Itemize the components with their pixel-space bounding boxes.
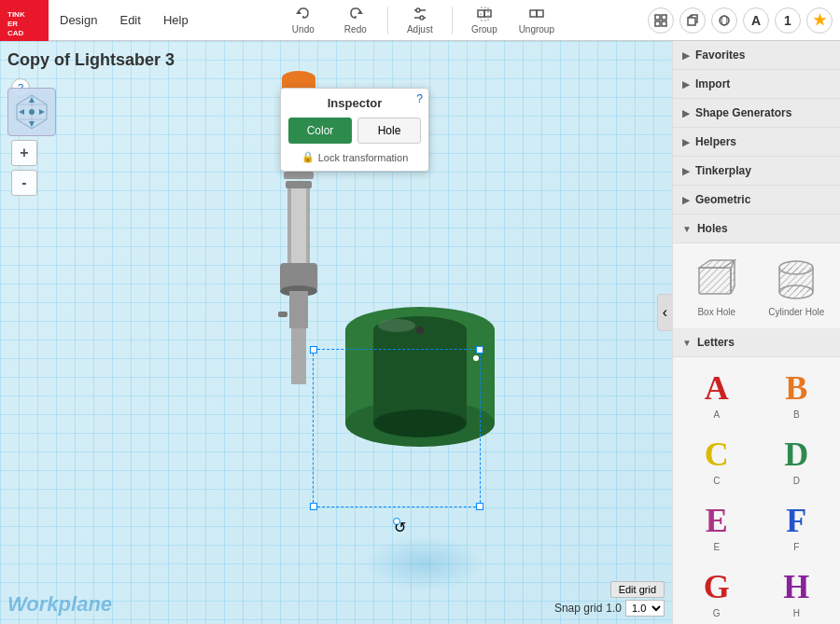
letter-B-icon: B xyxy=(785,368,807,408)
letter-B-item[interactable]: B B xyxy=(761,365,833,423)
svg-point-59 xyxy=(473,355,479,361)
snap-grid-control: Snap grid 1.0 1.0 0.5 2.0 xyxy=(554,600,665,617)
sidebar-import[interactable]: ▶ Import xyxy=(673,70,840,99)
letter-G-item[interactable]: G G xyxy=(680,563,753,622)
letter-F-item[interactable]: F F xyxy=(761,497,833,556)
inspector-title: Inspector xyxy=(288,96,421,110)
cylinder-hole-icon xyxy=(771,255,821,305)
sidebar-tinkerplay[interactable]: ▶ Tinkerplay xyxy=(673,157,840,186)
svg-point-9 xyxy=(420,16,424,20)
svg-rect-16 xyxy=(662,15,666,20)
nav-edit[interactable]: Edit xyxy=(108,0,151,41)
redo-button[interactable]: Redo xyxy=(331,0,380,41)
inspector-lock[interactable]: 🔒 Lock transformation xyxy=(288,151,421,163)
svg-rect-15 xyxy=(655,15,660,20)
svg-text:ER: ER xyxy=(7,20,18,28)
sidebar-collapse-handle[interactable]: ‹ xyxy=(657,294,672,331)
sidebar-helpers[interactable]: ▶ Helpers xyxy=(673,128,840,157)
svg-point-69 xyxy=(779,285,813,298)
star-button[interactable]: ★ xyxy=(806,7,833,34)
import-arrow-icon: ▶ xyxy=(682,79,690,90)
text-view-button[interactable]: A xyxy=(743,7,769,34)
workplane-label: Workplane xyxy=(7,592,112,617)
box-view-button[interactable] xyxy=(679,7,706,34)
sidebar-shape-generators[interactable]: ▶ Shape Generators xyxy=(673,99,840,128)
svg-rect-18 xyxy=(662,21,666,26)
grid-view-button[interactable] xyxy=(648,7,674,34)
sidebar-holes[interactable]: ▼ Holes xyxy=(673,215,840,243)
inspector-help-button[interactable]: ? xyxy=(416,92,423,105)
svg-rect-45 xyxy=(291,188,306,263)
svg-rect-42 xyxy=(284,172,314,179)
green-cylinder-object[interactable] xyxy=(327,302,513,451)
undo-button[interactable]: Undo xyxy=(279,0,328,41)
letter-F-icon: F xyxy=(786,501,806,540)
letter-A-item[interactable]: A A xyxy=(680,365,753,423)
zoom-out-button[interactable]: - xyxy=(11,170,37,196)
num-view-button[interactable]: 1 xyxy=(775,7,801,34)
group-icon xyxy=(476,6,493,22)
topright-icons: A 1 ★ xyxy=(640,7,840,34)
inspector-panel: Inspector Color Hole 🔒 Lock transformati… xyxy=(280,88,429,172)
canvas-area[interactable]: Copy of Lightsaber 3 ? + xyxy=(0,41,672,624)
snap-grid-value: 1.0 xyxy=(606,602,622,615)
tinkercad-logo[interactable]: TINK ER CAD xyxy=(0,0,49,41)
svg-point-7 xyxy=(416,8,420,12)
color-button[interactable]: Color xyxy=(288,118,352,144)
edit-grid-button[interactable]: Edit grid xyxy=(610,581,665,598)
adjust-button[interactable]: Adjust xyxy=(396,0,444,41)
sidebar-geometric[interactable]: ▶ Geometric xyxy=(673,186,840,215)
view-cube[interactable] xyxy=(7,88,56,136)
svg-marker-4 xyxy=(296,10,301,14)
svg-marker-63 xyxy=(731,260,735,294)
box-hole-item[interactable]: Box Hole xyxy=(680,251,753,321)
letter-C-item[interactable]: C C xyxy=(680,431,753,490)
letter-E-icon: E xyxy=(706,501,728,540)
nav-design[interactable]: Design xyxy=(49,0,108,41)
sidebar-favorites[interactable]: ▶ Favorites xyxy=(673,41,840,70)
letter-G-label: G xyxy=(713,608,721,618)
adjust-icon xyxy=(412,6,428,22)
svg-rect-61 xyxy=(699,268,731,294)
geometric-arrow-icon: ▶ xyxy=(682,195,690,205)
sidebar: ▶ Favorites ▶ Import ▶ Shape Generators … xyxy=(672,41,840,624)
svg-point-57 xyxy=(378,319,415,332)
letter-E-item[interactable]: E E xyxy=(680,497,753,556)
letter-C-icon: C xyxy=(705,435,729,474)
helpers-arrow-icon: ▶ xyxy=(682,137,690,147)
letter-B-label: B xyxy=(793,409,800,420)
redo-icon xyxy=(347,6,364,22)
toolbar-separator xyxy=(387,7,388,35)
favorites-arrow-icon: ▶ xyxy=(682,50,690,61)
letter-G-icon: G xyxy=(704,567,730,606)
letter-F-label: F xyxy=(793,542,799,552)
cylinder-hole-item[interactable]: Cylinder Hole xyxy=(761,251,833,321)
box-hole-icon xyxy=(692,255,742,305)
main-layout: Copy of Lightsaber 3 ? + xyxy=(0,41,840,624)
nav-help[interactable]: Help xyxy=(152,0,200,41)
svg-point-22 xyxy=(721,16,727,25)
cylinder-hole-label: Cylinder Hole xyxy=(768,307,824,317)
letter-H-item[interactable]: H H xyxy=(761,563,833,622)
ungroup-button[interactable]: Ungroup xyxy=(512,0,561,41)
grid-view-icon xyxy=(654,14,667,27)
toolbar-center: Undo Redo Adjust Gr xyxy=(279,0,561,41)
letter-D-icon: D xyxy=(784,435,808,474)
letter-D-item[interactable]: D D xyxy=(761,431,833,490)
holes-arrow-icon: ▼ xyxy=(682,224,692,234)
zoom-in-button[interactable]: + xyxy=(11,140,37,166)
letters-grid: A A B B C C D D xyxy=(680,365,833,622)
box-icon xyxy=(686,14,699,27)
holes-grid: Box Hole xyxy=(680,251,833,321)
group-button[interactable]: Group xyxy=(460,0,509,41)
sidebar-letters[interactable]: ▼ Letters xyxy=(673,328,840,357)
hole-button[interactable]: Hole xyxy=(357,118,421,144)
letters-content: A A B B C C D D xyxy=(673,357,840,624)
svg-marker-5 xyxy=(357,10,363,14)
snap-grid-select[interactable]: 1.0 0.5 2.0 xyxy=(625,600,665,617)
sphere-icon xyxy=(718,14,731,27)
lock-icon: 🔒 xyxy=(301,151,315,163)
sphere-view-button[interactable] xyxy=(711,7,737,34)
undo-icon xyxy=(295,6,312,22)
svg-marker-62 xyxy=(699,260,735,268)
